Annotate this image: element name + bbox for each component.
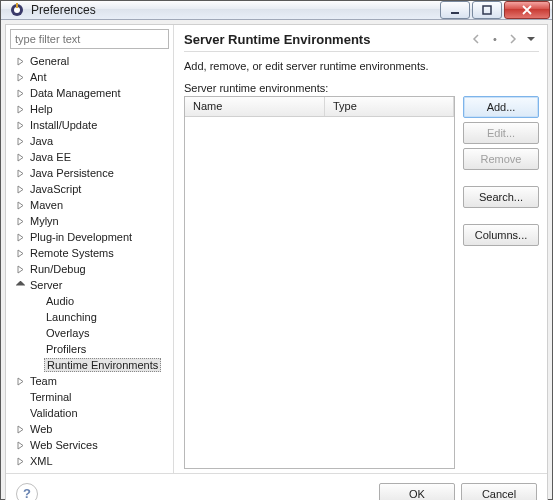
- main-header: Server Runtime Environments •: [184, 31, 539, 52]
- collapsed-icon[interactable]: [14, 167, 26, 179]
- tree-item[interactable]: General: [10, 53, 169, 69]
- tree-item-label: Install/Update: [28, 119, 99, 131]
- tree-item[interactable]: Java: [10, 133, 169, 149]
- filter-input[interactable]: [10, 29, 169, 49]
- tree-item-label: Run/Debug: [28, 263, 88, 275]
- tree-item[interactable]: Maven: [10, 197, 169, 213]
- collapsed-icon[interactable]: [14, 375, 26, 387]
- tree-item-label: Java: [28, 135, 55, 147]
- tree-item[interactable]: Data Management: [10, 85, 169, 101]
- tree-item[interactable]: Ant: [10, 69, 169, 85]
- page-title: Server Runtime Environments: [184, 32, 469, 47]
- minimize-button[interactable]: [440, 1, 470, 19]
- tree-item[interactable]: Profilers: [10, 341, 169, 357]
- tree-item-label: Remote Systems: [28, 247, 116, 259]
- table-body: [185, 117, 454, 468]
- titlebar[interactable]: Preferences: [1, 1, 552, 20]
- forward-icon[interactable]: [505, 31, 521, 47]
- preferences-window: Preferences GeneralAntData ManagementHel…: [0, 0, 553, 500]
- tree-item[interactable]: Run/Debug: [10, 261, 169, 277]
- tree-item[interactable]: Mylyn: [10, 213, 169, 229]
- tree-item[interactable]: Java EE: [10, 149, 169, 165]
- tree-item-label: Java EE: [28, 151, 73, 163]
- collapsed-icon[interactable]: [14, 439, 26, 451]
- edit-button[interactable]: Edit...: [463, 122, 539, 144]
- column-name[interactable]: Name: [185, 97, 325, 116]
- collapsed-icon[interactable]: [14, 151, 26, 163]
- tree-item-label: Team: [28, 375, 59, 387]
- tree-item-label: Runtime Environments: [44, 358, 161, 372]
- tree-item[interactable]: XML: [10, 453, 169, 469]
- tree-item[interactable]: Server: [10, 277, 169, 293]
- tree-item-label: Ant: [28, 71, 49, 83]
- tree-item-label: Data Management: [28, 87, 123, 99]
- menu-dropdown-icon[interactable]: [523, 31, 539, 47]
- collapsed-icon[interactable]: [14, 263, 26, 275]
- tree-item-label: Web Services: [28, 439, 100, 451]
- tree-item[interactable]: Java Persistence: [10, 165, 169, 181]
- collapsed-icon[interactable]: [14, 455, 26, 467]
- main-panel: Server Runtime Environments • Add, remov…: [174, 25, 547, 473]
- expanded-icon[interactable]: [14, 279, 26, 291]
- column-type[interactable]: Type: [325, 97, 454, 116]
- maximize-button[interactable]: [472, 1, 502, 19]
- tree-item-label: Plug-in Development: [28, 231, 134, 243]
- tree-item[interactable]: Plug-in Development: [10, 229, 169, 245]
- tree-item-label: Java Persistence: [28, 167, 116, 179]
- tree-item[interactable]: Help: [10, 101, 169, 117]
- cancel-button[interactable]: Cancel: [461, 483, 537, 501]
- button-column: Add... Edit... Remove Search... Columns.…: [463, 96, 539, 469]
- search-button[interactable]: Search...: [463, 186, 539, 208]
- table-label: Server runtime environments:: [184, 82, 539, 94]
- tree-item[interactable]: Team: [10, 373, 169, 389]
- columns-button[interactable]: Columns...: [463, 224, 539, 246]
- collapsed-icon[interactable]: [14, 55, 26, 67]
- collapsed-icon[interactable]: [14, 199, 26, 211]
- help-icon[interactable]: ?: [16, 483, 38, 501]
- collapsed-icon[interactable]: [14, 119, 26, 131]
- window-title: Preferences: [31, 3, 438, 17]
- tree-item[interactable]: Install/Update: [10, 117, 169, 133]
- tree-item-label: General: [28, 55, 71, 67]
- tree-item[interactable]: Overlays: [10, 325, 169, 341]
- collapsed-icon[interactable]: [14, 247, 26, 259]
- tree-item-label: Server: [28, 279, 64, 291]
- tree-item[interactable]: Web Services: [10, 437, 169, 453]
- tree-item[interactable]: JavaScript: [10, 181, 169, 197]
- tree-item[interactable]: Audio: [10, 293, 169, 309]
- collapsed-icon[interactable]: [14, 183, 26, 195]
- dot-icon: •: [487, 31, 503, 47]
- tree-item[interactable]: Launching: [10, 309, 169, 325]
- collapsed-icon[interactable]: [14, 231, 26, 243]
- ok-button[interactable]: OK: [379, 483, 455, 501]
- remove-button[interactable]: Remove: [463, 148, 539, 170]
- tree-item-label: Mylyn: [28, 215, 61, 227]
- runtime-table[interactable]: Name Type: [184, 96, 455, 469]
- collapsed-icon[interactable]: [14, 135, 26, 147]
- tree-item[interactable]: Validation: [10, 405, 169, 421]
- tree-item[interactable]: Runtime Environments: [10, 357, 169, 373]
- toolbar-nav: •: [469, 31, 539, 47]
- collapsed-icon[interactable]: [14, 423, 26, 435]
- add-button[interactable]: Add...: [463, 96, 539, 118]
- tree-item[interactable]: Terminal: [10, 389, 169, 405]
- page-description: Add, remove, or edit server runtime envi…: [184, 60, 539, 72]
- tree-item[interactable]: Web: [10, 421, 169, 437]
- preferences-tree[interactable]: GeneralAntData ManagementHelpInstall/Upd…: [10, 53, 169, 469]
- client-area: GeneralAntData ManagementHelpInstall/Upd…: [5, 24, 548, 500]
- tree-item-label: Audio: [44, 295, 76, 307]
- svg-rect-2: [16, 3, 18, 8]
- dialog-footer: ? OK Cancel: [6, 473, 547, 500]
- collapsed-icon[interactable]: [14, 103, 26, 115]
- tree-item-label: Profilers: [44, 343, 88, 355]
- window-buttons: [438, 1, 550, 19]
- collapsed-icon[interactable]: [14, 215, 26, 227]
- collapsed-icon[interactable]: [14, 87, 26, 99]
- close-button[interactable]: [504, 1, 550, 19]
- tree-item[interactable]: Remote Systems: [10, 245, 169, 261]
- collapsed-icon[interactable]: [14, 71, 26, 83]
- table-header: Name Type: [185, 97, 454, 117]
- tree-item-label: Help: [28, 103, 55, 115]
- tree-item-label: XML: [28, 455, 55, 467]
- back-icon[interactable]: [469, 31, 485, 47]
